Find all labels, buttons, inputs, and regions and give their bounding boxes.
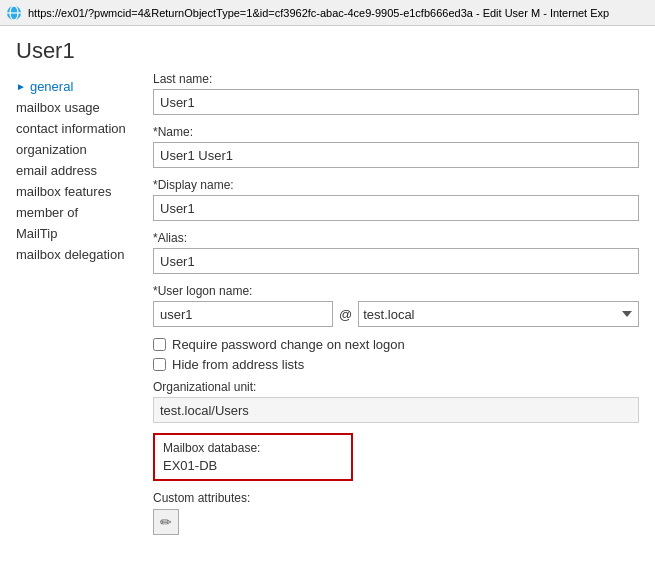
alias-label: *Alias: [153, 231, 639, 245]
sidebar-item-mailbox-delegation[interactable]: mailbox delegation [16, 244, 145, 265]
require-password-checkbox-row: Require password change on next logon [153, 337, 639, 352]
url-text: https://ex01/?pwmcid=4&ReturnObjectType=… [28, 7, 609, 19]
content-area: ► general mailbox usage contact informat… [0, 72, 655, 583]
last-name-label: Last name: [153, 72, 639, 86]
sidebar-item-label-organization: organization [16, 142, 87, 157]
org-unit-input [153, 397, 639, 423]
at-symbol: @ [339, 307, 352, 322]
chevron-icon: ► [16, 81, 26, 92]
logon-row: @ test.local [153, 301, 639, 327]
name-label: *Name: [153, 125, 639, 139]
checkbox-group: Require password change on next logon Hi… [153, 337, 639, 372]
sidebar-item-general[interactable]: ► general [16, 76, 145, 97]
sidebar-item-member-of[interactable]: member of [16, 202, 145, 223]
sidebar-item-label-email-address: email address [16, 163, 97, 178]
sidebar-item-label-general: general [30, 79, 73, 94]
alias-input[interactable] [153, 248, 639, 274]
user-logon-name-group: *User logon name: @ test.local [153, 284, 639, 327]
org-unit-label: Organizational unit: [153, 380, 639, 394]
sidebar-item-label-contact-information: contact information [16, 121, 126, 136]
mailbox-database-label: Mailbox database: [163, 441, 343, 455]
org-unit-group: Organizational unit: [153, 380, 639, 423]
sidebar-item-label-member-of: member of [16, 205, 78, 220]
sidebar-item-label-mailtip: MailTip [16, 226, 57, 241]
last-name-group: Last name: [153, 72, 639, 115]
user-logon-name-label: *User logon name: [153, 284, 639, 298]
custom-attributes-group: Custom attributes: ✏ [153, 491, 639, 535]
page-title: User1 [16, 38, 639, 64]
last-name-input[interactable] [153, 89, 639, 115]
hide-from-address-checkbox[interactable] [153, 358, 166, 371]
main-container: User1 ► general mailbox usage contact in… [0, 26, 655, 583]
sidebar-item-contact-information[interactable]: contact information [16, 118, 145, 139]
sidebar-item-email-address[interactable]: email address [16, 160, 145, 181]
sidebar-item-mailbox-usage[interactable]: mailbox usage [16, 97, 145, 118]
require-password-checkbox[interactable] [153, 338, 166, 351]
hide-from-address-checkbox-row: Hide from address lists [153, 357, 639, 372]
ie-icon [6, 5, 22, 21]
display-name-input[interactable] [153, 195, 639, 221]
custom-attributes-label: Custom attributes: [153, 491, 639, 505]
hide-from-address-label: Hide from address lists [172, 357, 304, 372]
sidebar-item-label-mailbox-features: mailbox features [16, 184, 111, 199]
form-area: Last name: *Name: *Display name: *Alias:… [145, 72, 655, 583]
sidebar-item-label-mailbox-delegation: mailbox delegation [16, 247, 124, 262]
name-group: *Name: [153, 125, 639, 168]
sidebar-item-mailbox-features[interactable]: mailbox features [16, 181, 145, 202]
domain-select[interactable]: test.local [358, 301, 639, 327]
sidebar-item-label-mailbox-usage: mailbox usage [16, 100, 100, 115]
edit-icon: ✏ [160, 514, 172, 530]
mailbox-database-value: EX01-DB [163, 458, 343, 473]
alias-group: *Alias: [153, 231, 639, 274]
sidebar: ► general mailbox usage contact informat… [0, 72, 145, 583]
address-bar: https://ex01/?pwmcid=4&ReturnObjectType=… [0, 0, 655, 26]
mailbox-database-section: Mailbox database: EX01-DB [153, 433, 353, 481]
page-title-bar: User1 [0, 26, 655, 72]
display-name-group: *Display name: [153, 178, 639, 221]
name-input[interactable] [153, 142, 639, 168]
display-name-label: *Display name: [153, 178, 639, 192]
require-password-label: Require password change on next logon [172, 337, 405, 352]
sidebar-item-mailtip[interactable]: MailTip [16, 223, 145, 244]
sidebar-item-organization[interactable]: organization [16, 139, 145, 160]
custom-attributes-edit-button[interactable]: ✏ [153, 509, 179, 535]
username-input[interactable] [153, 301, 333, 327]
